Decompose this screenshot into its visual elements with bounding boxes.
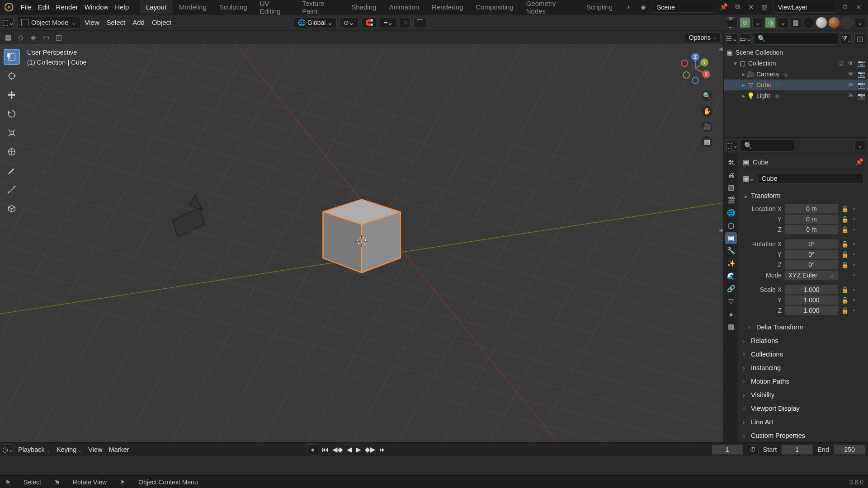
tab-sculpting[interactable]: Sculpting: [213, 0, 254, 14]
scene-name-field[interactable]: Scene: [652, 2, 715, 13]
location-y-field[interactable]: 0 m: [784, 214, 839, 224]
next-keyframe-button[interactable]: ◆▶: [365, 446, 376, 453]
vmenu-object[interactable]: Object: [152, 19, 171, 26]
nav-gizmo[interactable]: X Y Z: [679, 52, 712, 85]
panel-line-art[interactable]: Line Art: [743, 415, 863, 429]
outliner-collection[interactable]: ▾ ▢ Collection ☑👁📷: [724, 58, 868, 69]
keyframe-dot[interactable]: •: [853, 272, 859, 279]
scale-x-field[interactable]: 1.000: [784, 285, 839, 295]
tab-texturepaint[interactable]: Texture Paint: [296, 0, 345, 14]
keyframe-dot[interactable]: •: [853, 226, 859, 233]
outliner-type-dropdown[interactable]: ☰⌄: [726, 33, 737, 44]
timeline-type-dropdown[interactable]: ◷⌄: [3, 444, 14, 455]
select-all-icon[interactable]: ◇: [15, 32, 26, 43]
prop-tab-scene[interactable]: 🎬: [725, 194, 737, 206]
location-z-field[interactable]: 0 m: [784, 225, 839, 235]
vmenu-view[interactable]: View: [85, 19, 99, 26]
outliner-item-camera[interactable]: ▸ 🎥 Camera ◈ 👁📷: [724, 69, 868, 80]
scale-z-field[interactable]: 1.000: [784, 305, 839, 315]
eye-icon[interactable]: 👁: [848, 70, 854, 78]
outliner-item-cube[interactable]: ▸ ▽ Cube ▽ 👁📷: [724, 80, 868, 90]
npanel-toggle-handle[interactable]: ◀: [719, 227, 722, 233]
panel-delta-transform[interactable]: Delta Transform: [748, 320, 863, 334]
keyframe-dot[interactable]: •: [853, 205, 859, 212]
lock-icon[interactable]: 🔓: [841, 297, 850, 304]
lock-icon[interactable]: 🔓: [841, 286, 850, 293]
collection-exclude-checkbox[interactable]: ☑: [838, 60, 844, 67]
lock-icon[interactable]: 🔓: [841, 241, 850, 248]
play-reverse-button[interactable]: ◀: [347, 446, 352, 453]
editor-type-dropdown[interactable]: ⬚⌄: [3, 17, 14, 28]
prev-keyframe-button[interactable]: ◀◆: [332, 446, 343, 453]
snap-toggle[interactable]: 🧲: [361, 17, 377, 28]
add-workspace-button[interactable]: ＋: [619, 0, 638, 14]
panel-relations[interactable]: Relations: [743, 334, 863, 347]
viewlayer-field[interactable]: ViewLayer: [773, 2, 836, 13]
proportional-falloff-dropdown[interactable]: ⁀: [413, 17, 426, 28]
prop-tab-data[interactable]: ▽: [725, 296, 737, 307]
lock-icon[interactable]: 🔓: [841, 226, 850, 233]
eye-icon[interactable]: 👁: [848, 92, 854, 99]
lock-icon[interactable]: 🔓: [841, 307, 850, 314]
outliner-filter-icon[interactable]: ⧩⌄: [841, 33, 852, 44]
zoom-button[interactable]: 🔍: [701, 89, 713, 102]
menu-window[interactable]: Window: [85, 3, 108, 11]
menu-file[interactable]: File: [21, 3, 32, 11]
select-sync-icon[interactable]: ▦: [3, 32, 14, 43]
tab-shading[interactable]: Shading: [345, 0, 382, 14]
panel-motion-paths[interactable]: Motion Paths: [743, 375, 863, 388]
keyframe-dot[interactable]: •: [853, 240, 859, 248]
snap-dropdown[interactable]: ╍⌄: [380, 17, 397, 28]
tool-move[interactable]: [4, 87, 20, 103]
options-dropdown[interactable]: Options: [685, 32, 721, 43]
shading-wireframe[interactable]: [803, 17, 815, 28]
end-frame-field[interactable]: 250: [834, 445, 865, 455]
disclosure-triangle-icon[interactable]: ▾: [732, 60, 738, 67]
lock-icon[interactable]: 🔓: [841, 216, 850, 223]
menu-render[interactable]: Render: [56, 3, 78, 11]
keyframe-dot[interactable]: •: [853, 307, 859, 314]
tab-layout[interactable]: Layout: [140, 0, 173, 14]
keyframe-dot[interactable]: •: [853, 261, 859, 268]
xray-toggle[interactable]: ▦: [790, 17, 801, 28]
lock-icon[interactable]: 🔓: [841, 262, 850, 268]
start-frame-field[interactable]: 1: [781, 445, 813, 455]
disclosure-triangle-icon[interactable]: ▸: [740, 92, 746, 99]
jump-end-button[interactable]: ⏭: [379, 446, 386, 453]
outliner-item-light[interactable]: ▸ 💡 Light ◉ 👁📷: [724, 90, 868, 101]
tab-modeling[interactable]: Modeling: [173, 0, 213, 14]
vmenu-add[interactable]: Add: [132, 19, 145, 26]
keyframe-dot[interactable]: •: [853, 286, 859, 293]
pin-icon[interactable]: 📌: [855, 158, 863, 166]
prop-tab-render[interactable]: 🛠: [725, 156, 737, 168]
properties-options-icon[interactable]: ⌄: [854, 140, 865, 151]
tab-animation[interactable]: Animation: [382, 0, 425, 14]
preview-range-toggle[interactable]: ⏱: [748, 444, 759, 455]
shading-dropdown[interactable]: ⌄: [854, 17, 865, 28]
tool-select-box[interactable]: [4, 49, 20, 65]
sidebar-toggle-handle[interactable]: ◀: [719, 46, 722, 52]
outliner-new-collection-icon[interactable]: ◫: [854, 33, 865, 44]
copy-viewlayer-icon[interactable]: ⧉: [840, 2, 850, 12]
proportional-edit-toggle[interactable]: ○: [400, 17, 410, 28]
select-invert-icon[interactable]: ◈: [28, 32, 39, 43]
properties-search[interactable]: 🔍: [740, 140, 794, 152]
prop-tab-material[interactable]: ●: [725, 308, 737, 320]
tool-cursor[interactable]: [4, 68, 20, 84]
tool-scale[interactable]: [4, 125, 20, 141]
select-box-icon[interactable]: ▭: [41, 32, 52, 43]
outliner-search[interactable]: 🔍: [754, 33, 838, 45]
lock-icon[interactable]: 🔓: [841, 206, 850, 212]
copy-scene-icon[interactable]: ⧉: [732, 2, 742, 12]
shading-solid[interactable]: [816, 17, 827, 28]
render-icon[interactable]: 📷: [858, 60, 865, 67]
vmenu-select[interactable]: Select: [106, 19, 125, 26]
pan-button[interactable]: ✋: [701, 105, 713, 117]
eye-icon[interactable]: 👁: [848, 81, 854, 89]
tool-annotate[interactable]: [4, 163, 20, 179]
timeline-menu-marker[interactable]: Marker: [108, 446, 129, 453]
panel-custom-properties[interactable]: Custom Properties: [743, 429, 863, 442]
tab-scripting[interactable]: Scripting: [580, 0, 619, 14]
disclosure-triangle-icon[interactable]: ▸: [740, 81, 746, 89]
scale-y-field[interactable]: 1.000: [784, 295, 839, 305]
